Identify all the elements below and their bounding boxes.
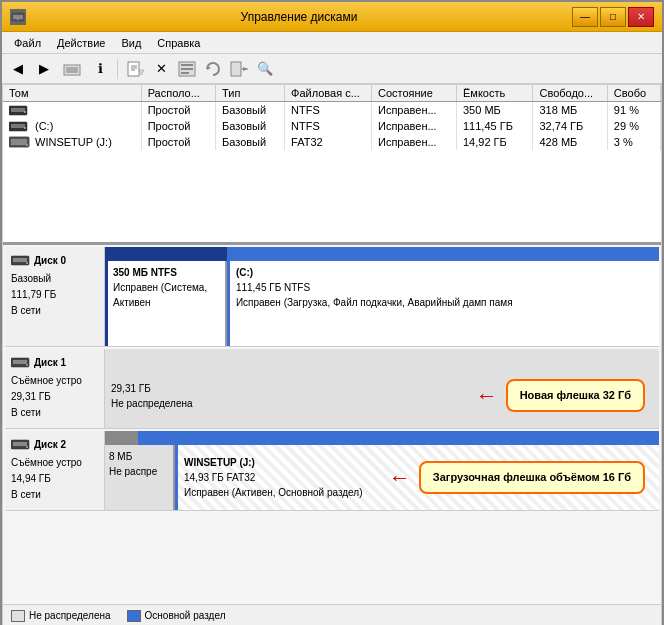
cell-status: Исправен...: [371, 118, 456, 134]
disk-entry: Диск 1 Съёмное устро 29,31 ГБ В сети 29,…: [5, 349, 659, 429]
cell-filesystem: NTFS: [285, 118, 372, 134]
svg-rect-12: [181, 68, 193, 70]
legend-unallocated: Не распределена: [11, 610, 111, 622]
svg-rect-34: [13, 442, 27, 446]
cell-free: 32,74 ГБ: [533, 118, 607, 134]
col-filesystem: Файловая с...: [285, 85, 372, 102]
svg-rect-5: [128, 62, 139, 76]
table-row[interactable]: (C:) Простой Базовый NTFS Исправен... 11…: [3, 118, 661, 134]
maximize-button[interactable]: □: [600, 7, 626, 27]
cell-location: Простой: [141, 102, 215, 119]
legend-basic: Основной раздел: [127, 610, 226, 622]
import-button[interactable]: [227, 58, 251, 80]
cell-filesystem: NTFS: [285, 102, 372, 119]
info-button[interactable]: ℹ: [88, 58, 112, 80]
menu-help[interactable]: Справка: [149, 35, 208, 51]
svg-rect-25: [11, 139, 27, 145]
svg-rect-13: [181, 72, 189, 74]
svg-rect-22: [11, 124, 25, 128]
cell-status: Исправен...: [371, 102, 456, 119]
svg-point-26: [26, 144, 28, 146]
cell-free: 428 МБ: [533, 134, 607, 150]
cell-volume-name: WINSETUP (J:): [3, 134, 141, 150]
menu-file[interactable]: Файл: [6, 35, 49, 51]
menu-bar: Файл Действие Вид Справка: [2, 32, 662, 54]
menu-action[interactable]: Действие: [49, 35, 113, 51]
svg-rect-11: [181, 64, 193, 66]
minimize-button[interactable]: —: [572, 7, 598, 27]
cell-volume-name: (C:): [3, 118, 141, 134]
toolbar: ◀ ▶ ℹ ✕: [2, 54, 662, 84]
cell-capacity: 14,92 ГБ: [456, 134, 533, 150]
menu-view[interactable]: Вид: [113, 35, 149, 51]
legend-basic-box: [127, 610, 141, 622]
svg-point-23: [24, 127, 26, 129]
disk-entry: Диск 0 Базовый 111,79 ГБ В сети 350 МБ N…: [5, 247, 659, 347]
cell-capacity: 350 МБ: [456, 102, 533, 119]
svg-rect-28: [13, 258, 27, 262]
disk-label: Диск 1 Съёмное устро 29,31 ГБ В сети: [5, 349, 105, 428]
cell-capacity: 111,45 ГБ: [456, 118, 533, 134]
volume-table[interactable]: Том Располо... Тип Файловая с... Состоян…: [3, 85, 661, 245]
cell-freepct: 29 %: [607, 118, 660, 134]
svg-point-29: [26, 262, 28, 264]
new-button[interactable]: [123, 58, 147, 80]
cell-type: Базовый: [216, 118, 285, 134]
svg-rect-15: [231, 62, 241, 76]
disk-partition-small[interactable]: 8 МБНе распре: [105, 445, 175, 510]
col-type: Тип: [216, 85, 285, 102]
up-button[interactable]: [58, 58, 86, 80]
arrow-icon: ←: [389, 461, 411, 494]
disk-partition-unallocated[interactable]: 29,31 ГБНе распределена←Новая флешка 32 …: [105, 363, 659, 428]
disk-partition-main[interactable]: (C:)111,45 ГБ NTFSИсправен (Загрузка, Фа…: [227, 261, 659, 346]
disk-partition[interactable]: 350 МБ NTFSИсправен (Система, Активен: [105, 261, 227, 346]
cell-location: Простой: [141, 118, 215, 134]
app-icon: [10, 9, 26, 25]
disk-entry: Диск 2 Съёмное устро 14,94 ГБ В сети 8 М…: [5, 431, 659, 511]
svg-point-20: [24, 111, 26, 113]
svg-point-35: [26, 446, 28, 448]
col-location: Располо...: [141, 85, 215, 102]
cell-free: 318 МБ: [533, 102, 607, 119]
close-button[interactable]: ✕: [628, 7, 654, 27]
main-area: Том Располо... Тип Файловая с... Состоян…: [2, 84, 662, 625]
svg-marker-9: [139, 70, 144, 75]
cell-freepct: 91 %: [607, 102, 660, 119]
svg-rect-1: [13, 15, 23, 19]
cell-type: Базовый: [216, 134, 285, 150]
col-capacity: Ёмкость: [456, 85, 533, 102]
disk-partition-fat32[interactable]: WINSETUP (J:)14,93 ГБ FAT32Исправен (Акт…: [175, 445, 659, 510]
forward-button[interactable]: ▶: [32, 58, 56, 80]
search-button[interactable]: 🔍: [253, 58, 277, 80]
cell-type: Базовый: [216, 102, 285, 119]
delete-button[interactable]: ✕: [149, 58, 173, 80]
cell-location: Простой: [141, 134, 215, 150]
legend-unallocated-box: [11, 610, 25, 622]
col-free: Свободо...: [533, 85, 607, 102]
disk-label: Диск 0 Базовый 111,79 ГБ В сети: [5, 247, 105, 346]
svg-rect-31: [13, 360, 27, 364]
properties-button[interactable]: [175, 58, 199, 80]
arrow-icon: ←: [476, 379, 498, 412]
table-row[interactable]: WINSETUP (J:) Простой Базовый FAT32 Испр…: [3, 134, 661, 150]
callout-bubble: Загрузочная флешка объёмом 16 Гб: [419, 461, 645, 494]
back-button[interactable]: ◀: [6, 58, 30, 80]
cell-status: Исправен...: [371, 134, 456, 150]
svg-rect-19: [11, 108, 25, 112]
legend-bar: Не распределена Основной раздел: [3, 604, 661, 625]
col-volume: Том: [3, 85, 141, 102]
table-row[interactable]: Простой Базовый NTFS Исправен... 350 МБ …: [3, 102, 661, 119]
col-freepct: Свобо: [607, 85, 660, 102]
disk-label: Диск 2 Съёмное устро 14,94 ГБ В сети: [5, 431, 105, 510]
col-status: Состояние: [371, 85, 456, 102]
separator-1: [117, 59, 118, 79]
window-title: Управление дисками: [26, 10, 572, 24]
cell-volume-name: [3, 102, 141, 119]
refresh-button[interactable]: [201, 58, 225, 80]
title-bar: Управление дисками — □ ✕: [2, 2, 662, 32]
cell-filesystem: FAT32: [285, 134, 372, 150]
svg-point-2: [17, 18, 19, 20]
callout-bubble: Новая флешка 32 Гб: [506, 379, 645, 412]
disk-view[interactable]: Диск 0 Базовый 111,79 ГБ В сети 350 МБ N…: [3, 245, 661, 604]
cell-freepct: 3 %: [607, 134, 660, 150]
